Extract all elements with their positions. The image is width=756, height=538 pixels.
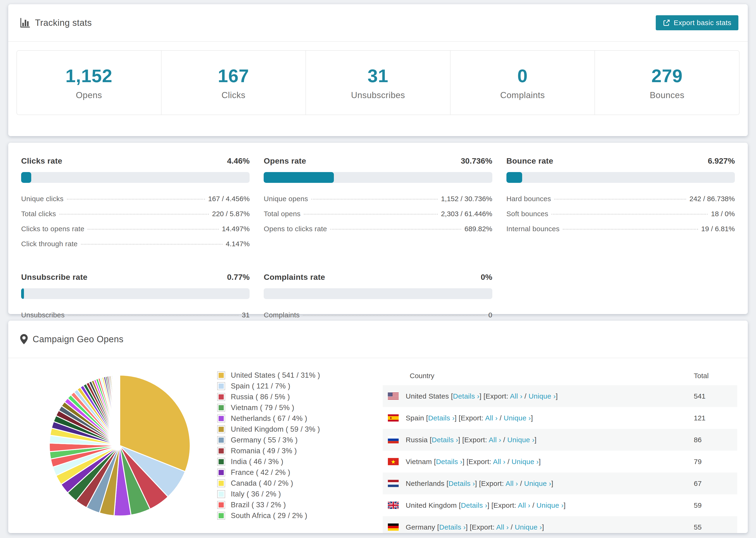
- country-cell: Netherlands [Details ›] [Export: All › /…: [383, 480, 683, 488]
- stat-value: 19 / 6.81%: [701, 225, 735, 233]
- stat-row-unique-opens: Unique opens1,152 / 30.736%: [264, 191, 492, 206]
- dotted-leader: [68, 315, 239, 316]
- legend-label: Brazil ( 33 / 2% ): [231, 501, 286, 509]
- dotted-leader: [81, 244, 223, 244]
- dotted-leader: [311, 199, 438, 199]
- export-unique-link[interactable]: Unique ›: [507, 436, 535, 444]
- progress-fill: [21, 172, 31, 183]
- stat-label: Opens to clicks rate: [264, 225, 327, 233]
- export-button-label: Export basic stats: [674, 19, 731, 27]
- rate-column-complaints-rate: Complaints rate0%Complaints0: [264, 273, 492, 323]
- export-unique-link[interactable]: Unique ›: [504, 414, 531, 422]
- details-link[interactable]: Details ›: [432, 436, 458, 444]
- legend-item-italy: Italy ( 36 / 2% ): [217, 490, 338, 498]
- legend-item-united-states: United States ( 541 / 31% ): [217, 371, 338, 380]
- export-all-link[interactable]: All ›: [489, 436, 501, 444]
- color-swatch: [217, 436, 225, 444]
- details-link[interactable]: Details ›: [461, 501, 487, 509]
- details-link[interactable]: Details ›: [453, 392, 479, 400]
- color-swatch: [217, 512, 225, 520]
- dotted-leader: [304, 214, 438, 215]
- export-all-link[interactable]: All ›: [510, 392, 522, 400]
- color-swatch: [217, 425, 225, 433]
- rate-title: Complaints rate: [264, 273, 325, 282]
- legend-label: Vietnam ( 79 / 5% ): [231, 404, 294, 412]
- stat-value: 14.497%: [222, 225, 249, 233]
- color-swatch: [217, 382, 225, 390]
- rate-value: 4.46%: [227, 156, 249, 166]
- rate-title: Clicks rate: [21, 156, 62, 166]
- country-cell: Russia [Details ›] [Export: All › / Uniq…: [383, 436, 683, 444]
- legend-item-india: India ( 46 / 3% ): [217, 457, 338, 466]
- export-unique-link[interactable]: Unique ›: [512, 458, 539, 465]
- color-swatch: [217, 479, 225, 487]
- country-links: Vietnam [Details ›] [Export: All › / Uni…: [406, 458, 541, 466]
- summary-value: 1,152: [66, 65, 112, 86]
- export-all-link[interactable]: All ›: [496, 523, 509, 531]
- table-row-spain: Spain [Details ›] [Export: All › / Uniqu…: [383, 407, 737, 429]
- summary-metric-clicks: 167Clicks: [162, 51, 306, 115]
- details-link[interactable]: Details ›: [449, 480, 475, 487]
- export-unique-link[interactable]: Unique ›: [536, 501, 564, 509]
- rates-grid: Clicks rate4.46%Unique clicks167 / 4.456…: [21, 143, 735, 323]
- legend-item-south-africa: South Africa ( 29 / 2% ): [217, 511, 338, 520]
- table-row-united-states: United States [Details ›] [Export: All ›…: [383, 385, 737, 407]
- stat-label: Unique clicks: [21, 195, 64, 203]
- country-name: Germany: [406, 523, 435, 531]
- country-name: United Kingdom: [406, 501, 457, 509]
- legend-item-russia: Russia ( 86 / 5% ): [217, 393, 338, 401]
- stat-row-internal-bounces: Internal bounces19 / 6.81%: [507, 221, 735, 237]
- color-swatch: [217, 414, 225, 422]
- stat-value: 31: [242, 311, 249, 319]
- legend-item-germany: Germany ( 55 / 3% ): [217, 436, 338, 444]
- export-all-link[interactable]: All ›: [485, 414, 498, 422]
- progress-track: [264, 288, 492, 299]
- stat-value: 167 / 4.456%: [208, 195, 250, 203]
- country-name: Vietnam: [406, 458, 432, 465]
- summary-metric-unsubscribes: 31Unsubscribes: [306, 51, 451, 115]
- progress-fill: [264, 172, 334, 183]
- details-link[interactable]: Details ›: [428, 414, 455, 422]
- flag-nl-icon: [388, 480, 399, 487]
- export-unique-link[interactable]: Unique ›: [515, 523, 542, 531]
- details-link[interactable]: Details ›: [436, 458, 462, 465]
- legend-label: United Kingdom ( 59 / 3% ): [231, 425, 320, 434]
- geo-table: Country Total United States [Details ›] …: [383, 366, 737, 533]
- export-all-link[interactable]: All ›: [518, 501, 530, 509]
- legend-label: Spain ( 121 / 7% ): [231, 382, 291, 390]
- stat-row-hard-bounces: Hard bounces242 / 86.738%: [507, 191, 735, 206]
- rate-column-bounce-rate: Bounce rate6.927%Hard bounces242 / 86.73…: [507, 156, 735, 251]
- rate-title: Opens rate: [264, 156, 306, 166]
- stat-label: Total opens: [264, 210, 300, 218]
- legend-item-romania: Romania ( 49 / 3% ): [217, 447, 338, 455]
- geo-content: United States ( 541 / 31% )Spain ( 121 /…: [8, 358, 748, 533]
- export-all-link[interactable]: All ›: [493, 458, 506, 465]
- export-all-link[interactable]: All ›: [506, 480, 518, 487]
- stat-label: Unique opens: [264, 195, 308, 203]
- country-name: Spain: [406, 414, 424, 422]
- dotted-leader: [552, 214, 708, 215]
- stat-label: Internal bounces: [507, 225, 560, 233]
- stat-label: Soft bounces: [507, 210, 549, 218]
- country-links: Russia [Details ›] [Export: All › / Uniq…: [406, 436, 536, 444]
- export-unique-link[interactable]: Unique ›: [524, 480, 551, 487]
- details-link[interactable]: Details ›: [439, 523, 466, 531]
- flag-ru-icon: [388, 436, 399, 443]
- export-basic-stats-button[interactable]: Export basic stats: [656, 15, 738, 30]
- stat-value: 242 / 86.738%: [689, 195, 735, 203]
- stat-row-soft-bounces: Soft bounces18 / 0%: [507, 206, 735, 221]
- country-links: Netherlands [Details ›] [Export: All › /…: [406, 480, 553, 488]
- export-unique-link[interactable]: Unique ›: [528, 392, 556, 400]
- flag-es-icon: [388, 414, 399, 422]
- country-cell: Vietnam [Details ›] [Export: All › / Uni…: [383, 458, 683, 466]
- rate-column-opens-rate: Opens rate30.736%Unique opens1,152 / 30.…: [264, 156, 492, 251]
- stat-label: Unsubscribes: [21, 311, 65, 319]
- dotted-leader: [67, 199, 205, 199]
- rate-detail-rows: Hard bounces242 / 86.738%Soft bounces18 …: [507, 191, 735, 237]
- legend-item-netherlands: Netherlands ( 67 / 4% ): [217, 414, 338, 423]
- summary-metric-complaints: 0Complaints: [451, 51, 595, 115]
- flag-gb-icon: [388, 502, 399, 509]
- column-header-total: Total: [683, 372, 737, 380]
- legend-label: Italy ( 36 / 2% ): [231, 490, 281, 498]
- stat-value: 0: [488, 311, 492, 319]
